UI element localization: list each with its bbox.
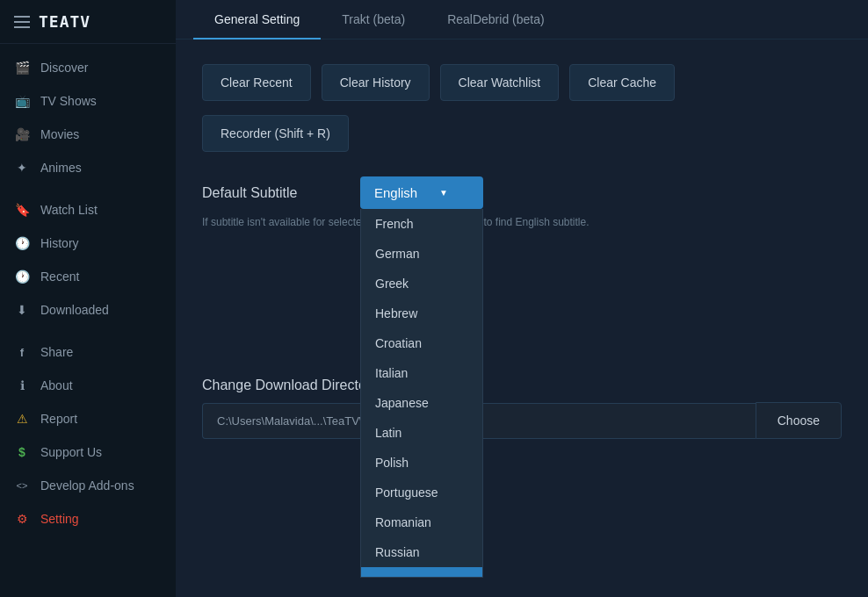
tab-general[interactable]: General Setting [193, 0, 321, 39]
sidebar-item-downloaded[interactable]: ⬇ Downloaded [0, 293, 176, 327]
dropdown-item-hebrew[interactable]: Hebrew [361, 298, 482, 328]
sidebar-item-developeraddons[interactable]: <> Develop Add-ons [0, 469, 176, 502]
sidebar-label-report: Report [40, 412, 77, 426]
sidebar-label-discover: Discover [40, 61, 88, 75]
sidebar-item-recent[interactable]: 🕐 Recent [0, 260, 176, 293]
recent-icon: 🕐 [14, 269, 30, 284]
subtitle-selected-value: English [374, 185, 417, 200]
sidebar-item-setting[interactable]: ⚙ Setting [0, 502, 176, 536]
dropdown-item-greek[interactable]: Greek [361, 269, 482, 298]
sidebar-nav: 🎬 Discover 📺 TV Shows 🎥 Movies ✦ Animes … [0, 44, 176, 597]
watchlist-icon: 🔖 [14, 202, 30, 218]
clear-history-button[interactable]: Clear History [322, 64, 430, 101]
sidebar-label-about: About [40, 378, 73, 392]
sidebar-item-report[interactable]: ⚠ Report [0, 402, 176, 435]
sidebar-label-animes: Animes [40, 161, 82, 175]
subtitle-dropdown-list[interactable]: French German Greek Hebrew Croatian Ital… [360, 209, 483, 578]
dropdown-item-portuguese[interactable]: Portuguese [361, 478, 482, 507]
sidebar-item-discover[interactable]: 🎬 Discover [0, 51, 176, 84]
recorder-row: Recorder (Shift + R) [202, 115, 842, 152]
sidebar-label-tvshows: TV Shows [40, 94, 97, 108]
download-section: Change Download Directory Choose [202, 378, 842, 439]
downloaded-icon: ⬇ [14, 302, 30, 318]
subtitle-label: Default Subtitle [202, 185, 343, 201]
dropdown-item-croatian[interactable]: Croatian [361, 328, 482, 358]
discover-icon: 🎬 [14, 60, 30, 76]
share-icon: f [14, 344, 30, 360]
dropdown-item-russian[interactable]: Russian [361, 537, 482, 567]
sidebar-label-recent: Recent [40, 270, 79, 284]
sidebar-label-history: History [40, 236, 79, 250]
supportus-icon: $ [14, 444, 30, 460]
content-area: Clear Recent Clear History Clear Watchli… [176, 40, 868, 597]
dropdown-item-german[interactable]: German [361, 239, 482, 269]
sidebar-label-downloaded: Downloaded [40, 303, 109, 317]
clear-cache-button[interactable]: Clear Cache [569, 64, 675, 101]
sidebar-item-tvshows[interactable]: 📺 TV Shows [0, 84, 176, 118]
sidebar-label-setting: Setting [40, 512, 79, 526]
clear-watchlist-button[interactable]: Clear Watchlist [440, 64, 560, 101]
subtitle-section: Default Subtitle English ▼ French German… [202, 176, 842, 228]
sidebar-item-watchlist[interactable]: 🔖 Watch List [0, 193, 176, 227]
developeraddons-icon: <> [14, 478, 30, 493]
tabs-bar: General Setting Trakt (beta) RealDebrid … [176, 0, 868, 40]
dropdown-item-french[interactable]: French [361, 209, 482, 239]
animes-icon: ✦ [14, 160, 30, 176]
sidebar-label-developeraddons: Develop Add-ons [40, 478, 134, 493]
setting-icon: ⚙ [14, 511, 30, 527]
about-icon: ℹ [14, 378, 30, 393]
sidebar-header: TEATV [0, 0, 176, 44]
dropdown-item-spanish[interactable]: Spanish [361, 567, 482, 578]
sidebar-label-supportus: Support Us [40, 445, 102, 459]
subtitle-hint: If subtitle isn't available for selected… [202, 216, 842, 228]
sidebar-item-supportus[interactable]: $ Support Us [0, 435, 176, 469]
dropdown-item-latin[interactable]: Latin [361, 418, 482, 448]
main-content: General Setting Trakt (beta) RealDebrid … [176, 0, 868, 597]
tab-trakt[interactable]: Trakt (beta) [321, 0, 426, 39]
sidebar-item-animes[interactable]: ✦ Animes [0, 151, 176, 184]
sidebar-label-share: Share [40, 345, 73, 359]
sidebar-item-movies[interactable]: 🎥 Movies [0, 118, 176, 151]
dropdown-item-polish[interactable]: Polish [361, 448, 482, 478]
subtitle-select-display[interactable]: English ▼ [360, 176, 483, 209]
hamburger-menu-icon[interactable] [14, 16, 30, 28]
dropdown-item-japanese[interactable]: Japanese [361, 388, 482, 418]
movies-icon: 🎥 [14, 126, 30, 142]
history-icon: 🕐 [14, 235, 30, 251]
download-row: Choose [202, 402, 842, 439]
sidebar-label-watchlist: Watch List [40, 203, 98, 217]
action-buttons-row: Clear Recent Clear History Clear Watchli… [202, 64, 842, 101]
recorder-button[interactable]: Recorder (Shift + R) [202, 115, 349, 152]
sidebar-item-history[interactable]: 🕐 History [0, 227, 176, 260]
dropdown-item-italian[interactable]: Italian [361, 358, 482, 388]
tvshows-icon: 📺 [14, 93, 30, 109]
dropdown-item-romanian[interactable]: Romanian [361, 507, 482, 537]
chevron-down-icon: ▼ [439, 188, 448, 198]
choose-button[interactable]: Choose [756, 402, 842, 439]
sidebar-label-movies: Movies [40, 127, 79, 141]
download-label: Change Download Directory [202, 378, 842, 393]
sidebar-item-about[interactable]: ℹ About [0, 369, 176, 402]
subtitle-select-wrapper: English ▼ French German Greek Hebrew Cro… [360, 176, 483, 209]
sidebar-item-share[interactable]: f Share [0, 335, 176, 369]
report-icon: ⚠ [14, 411, 30, 427]
clear-recent-button[interactable]: Clear Recent [202, 64, 311, 101]
subtitle-setting-row: Default Subtitle English ▼ French German… [202, 176, 842, 209]
sidebar: TEATV 🎬 Discover 📺 TV Shows 🎥 Movies ✦ A… [0, 0, 176, 597]
app-logo: TEATV [39, 12, 90, 31]
tab-realdebrid[interactable]: RealDebrid (beta) [426, 0, 566, 39]
